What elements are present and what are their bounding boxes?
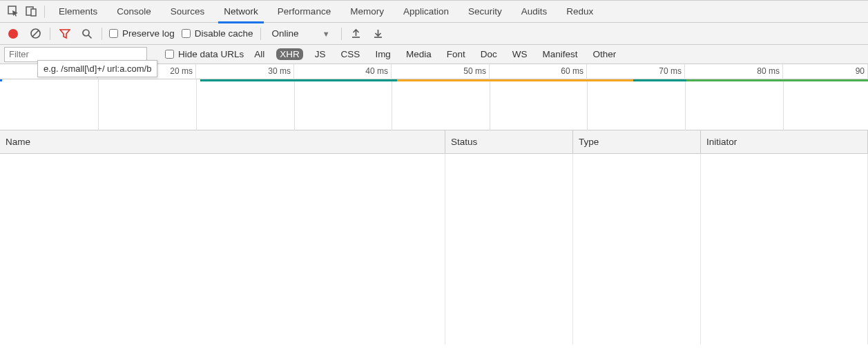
filter-toggle-button[interactable] bbox=[57, 26, 73, 41]
separator bbox=[50, 28, 50, 40]
column-body-name bbox=[0, 154, 445, 344]
column-header-name[interactable]: Name bbox=[0, 130, 445, 153]
filter-bar: e.g. /small[\d]+/ url:a.com/b Hide data … bbox=[0, 45, 868, 64]
requests-table-header: Name Status Type Initiator bbox=[0, 130, 868, 154]
device-toggle-icon[interactable] bbox=[22, 3, 40, 21]
filter-type-doc[interactable]: Doc bbox=[477, 48, 501, 60]
filter-type-ws[interactable]: WS bbox=[509, 48, 531, 60]
hide-data-urls-checkbox[interactable]: Hide data URLs bbox=[165, 49, 244, 59]
tab-label: Performance bbox=[278, 6, 331, 17]
separator bbox=[341, 28, 342, 40]
tab-label: Redux bbox=[566, 6, 593, 17]
timeline-gridline bbox=[392, 79, 392, 130]
tab-security[interactable]: Security bbox=[459, 1, 512, 23]
disable-cache-label: Disable cache bbox=[195, 28, 253, 39]
timeline-bar bbox=[397, 79, 633, 81]
timeline-tick: 80 ms bbox=[685, 64, 783, 79]
timeline-gridline bbox=[783, 79, 784, 130]
disable-cache-checkbox[interactable]: Disable cache bbox=[182, 28, 253, 39]
timeline-gridline bbox=[294, 79, 295, 130]
timeline-bar bbox=[200, 79, 397, 81]
requests-table-body bbox=[0, 154, 868, 344]
tab-console[interactable]: Console bbox=[107, 1, 161, 23]
tab-label: Sources bbox=[171, 6, 205, 17]
inspect-element-icon[interactable] bbox=[4, 3, 22, 21]
separator bbox=[44, 6, 45, 18]
svg-line-6 bbox=[88, 35, 92, 39]
tab-sources[interactable]: Sources bbox=[161, 1, 215, 23]
throttling-select[interactable]: Online ▼ bbox=[268, 28, 334, 39]
devtools-tab-strip: Elements Console Sources Network Perform… bbox=[0, 1, 868, 23]
filter-type-img[interactable]: Img bbox=[372, 48, 394, 60]
timeline-bar bbox=[633, 79, 686, 81]
tab-label: Application bbox=[403, 6, 449, 17]
throttling-value: Online bbox=[272, 28, 299, 39]
tab-label: Memory bbox=[350, 6, 384, 17]
column-body-initiator bbox=[701, 154, 868, 344]
upload-har-button[interactable] bbox=[349, 26, 364, 41]
tab-label: Console bbox=[117, 6, 151, 17]
network-toolbar: Preserve log Disable cache Online ▼ bbox=[0, 23, 868, 45]
filter-type-font[interactable]: Font bbox=[443, 48, 469, 60]
timeline-gridline bbox=[490, 79, 490, 130]
column-body-status bbox=[445, 154, 573, 344]
column-header-status[interactable]: Status bbox=[445, 130, 573, 153]
tab-audits[interactable]: Audits bbox=[512, 1, 557, 23]
preserve-log-input[interactable] bbox=[109, 29, 118, 38]
tab-performance[interactable]: Performance bbox=[268, 1, 340, 23]
filter-type-xhr[interactable]: XHR bbox=[276, 48, 303, 60]
filter-tooltip: e.g. /small[\d]+/ url:a.com/b bbox=[37, 60, 157, 77]
column-header-initiator[interactable]: Initiator bbox=[701, 130, 868, 153]
timeline-bar bbox=[0, 79, 2, 81]
timeline-tick: 40 ms bbox=[294, 64, 392, 79]
clear-button[interactable] bbox=[28, 26, 43, 41]
filter-type-media[interactable]: Media bbox=[403, 48, 435, 60]
hide-data-urls-label: Hide data URLs bbox=[178, 49, 244, 59]
resource-type-filters: All XHR JS CSS Img Media Font Doc WS Man… bbox=[251, 48, 619, 60]
timeline-tick: 50 ms bbox=[392, 64, 490, 79]
tab-label: Audits bbox=[521, 6, 548, 17]
hide-data-urls-input[interactable] bbox=[165, 50, 174, 59]
timeline-gridline bbox=[587, 79, 588, 130]
column-body-type bbox=[573, 154, 701, 344]
svg-point-5 bbox=[83, 30, 89, 36]
timeline-tick: 90 bbox=[783, 64, 868, 79]
record-icon bbox=[8, 29, 18, 39]
chevron-down-icon: ▼ bbox=[322, 30, 330, 38]
svg-line-4 bbox=[32, 30, 39, 37]
tab-application[interactable]: Application bbox=[394, 1, 459, 23]
preserve-log-checkbox[interactable]: Preserve log bbox=[109, 28, 175, 39]
timeline-body[interactable] bbox=[0, 79, 868, 130]
tab-network[interactable]: Network bbox=[214, 1, 268, 23]
tab-redux[interactable]: Redux bbox=[557, 1, 603, 23]
filter-type-all[interactable]: All bbox=[251, 48, 268, 60]
timeline-tick: 30 ms bbox=[196, 64, 294, 79]
preserve-log-label: Preserve log bbox=[122, 28, 175, 39]
timeline-gridline bbox=[196, 79, 197, 130]
timeline-tick: 60 ms bbox=[490, 64, 587, 79]
filter-type-manifest[interactable]: Manifest bbox=[539, 48, 581, 60]
tab-elements[interactable]: Elements bbox=[49, 1, 107, 23]
disable-cache-input[interactable] bbox=[182, 29, 191, 38]
separator bbox=[102, 28, 102, 40]
tab-memory[interactable]: Memory bbox=[340, 1, 394, 23]
download-har-button[interactable] bbox=[371, 26, 386, 41]
svg-rect-2 bbox=[31, 9, 36, 16]
record-button[interactable] bbox=[6, 26, 21, 41]
timeline-gridline bbox=[98, 79, 99, 130]
timeline-tick: 70 ms bbox=[587, 64, 685, 79]
tab-label: Elements bbox=[59, 6, 97, 17]
tab-label: Network bbox=[224, 6, 258, 17]
filter-type-css[interactable]: CSS bbox=[338, 48, 364, 60]
search-button[interactable] bbox=[79, 26, 95, 41]
filter-type-js[interactable]: JS bbox=[311, 48, 329, 60]
timeline-bar bbox=[686, 79, 868, 81]
filter-type-other[interactable]: Other bbox=[589, 48, 619, 60]
column-header-type[interactable]: Type bbox=[573, 130, 701, 153]
timeline-gridline bbox=[685, 79, 686, 130]
tab-label: Security bbox=[468, 6, 502, 17]
separator bbox=[260, 28, 261, 40]
